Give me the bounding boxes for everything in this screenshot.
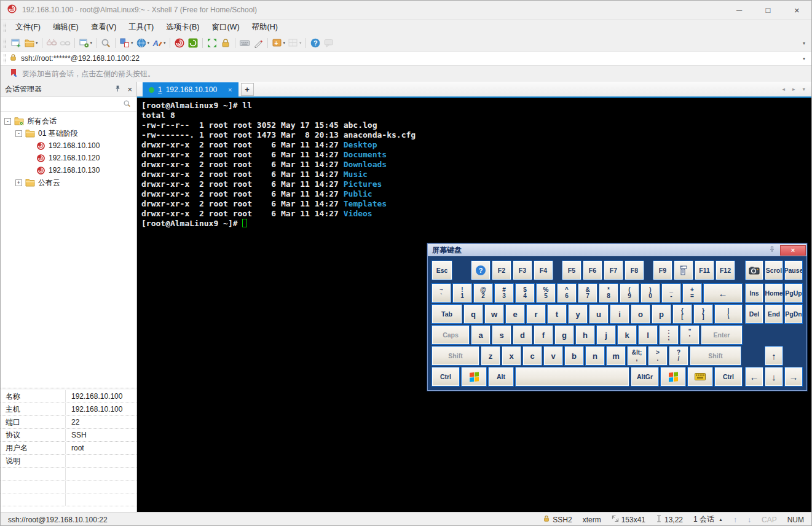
toolbar-overflow-icon[interactable]: ▾ (803, 41, 811, 46)
key-End[interactable]: End (765, 304, 783, 324)
address-grip[interactable] (4, 54, 6, 63)
key-j[interactable]: j (596, 325, 616, 345)
key-Caps[interactable]: Caps (432, 325, 470, 345)
tab-close-icon[interactable]: × (228, 86, 232, 93)
key-PgUp[interactable]: PgUp (784, 283, 803, 303)
key-Pause[interactable]: Pause (784, 261, 803, 280)
key-0[interactable]: )0 (641, 283, 660, 303)
key-.[interactable]: >. (648, 346, 668, 366)
key-help[interactable]: ? (471, 261, 491, 280)
menu-item-4[interactable]: 工具(T) (122, 22, 160, 33)
menu-item-2[interactable]: 编辑(E) (47, 22, 85, 33)
key-t[interactable]: t (547, 304, 567, 324)
key-4[interactable]: $4 (515, 283, 535, 303)
key-f[interactable]: f (534, 325, 553, 345)
key-y[interactable]: y (568, 304, 588, 324)
close-panel-icon[interactable]: × (127, 85, 132, 94)
key-z[interactable]: z (481, 346, 500, 366)
key-s[interactable]: s (492, 325, 511, 345)
lock-screen-icon[interactable] (219, 36, 232, 50)
new-session-icon[interactable]: + (9, 36, 23, 50)
key-2[interactable]: @2 (473, 283, 493, 303)
keyboard-title-bar[interactable]: 屏幕键盘 × (428, 244, 806, 256)
key-w[interactable]: w (484, 304, 504, 324)
status-down-icon[interactable]: ↓ (747, 516, 751, 524)
address-dropdown-icon[interactable]: ▾ (803, 56, 811, 61)
key-F11[interactable]: F11 (695, 261, 714, 280)
key-;[interactable]: :; (659, 325, 679, 345)
key-↑[interactable]: ↑ (765, 346, 783, 366)
key-'[interactable]: "' (680, 325, 700, 345)
tree-expander-icon[interactable]: - (4, 118, 11, 125)
key-Esc[interactable]: Esc (432, 261, 452, 280)
key-Ins[interactable]: Ins (745, 283, 763, 303)
address-input[interactable]: ssh://root:******@192.168.10.100:22 (21, 54, 140, 63)
property-value[interactable]: 192.168.10.100 (66, 390, 136, 402)
tree-item-192.168.10.120[interactable]: 192.168.10.120 (1, 152, 136, 164)
tab-scroll-right-icon[interactable]: ▸ (792, 86, 795, 92)
maximize-button[interactable]: □ (754, 1, 782, 19)
property-value[interactable]: 192.168.10.100 (66, 403, 136, 415)
xshell-icon[interactable] (173, 36, 186, 50)
new-file-icon[interactable]: +▾ (270, 36, 287, 50)
key-5[interactable]: %5 (536, 283, 556, 303)
key-g[interactable]: g (554, 325, 574, 345)
menu-item-7[interactable]: 帮助(H) (246, 22, 284, 33)
key-[[interactable]: {[ (672, 304, 692, 324)
key-→[interactable]: → (784, 367, 803, 387)
key-F7[interactable]: F7 (604, 261, 623, 280)
property-value[interactable]: root (66, 442, 136, 454)
toolbar-grip[interactable] (4, 39, 6, 48)
key-p[interactable]: p (652, 304, 671, 324)
key-win[interactable] (461, 367, 487, 387)
key-PgDn[interactable]: PgDn (784, 304, 803, 324)
compose-bar-icon[interactable]: ▾ (118, 36, 135, 50)
key-Alt[interactable]: Alt (488, 367, 514, 387)
session-properties-icon[interactable]: ▾ (77, 36, 94, 50)
tree-expander-icon[interactable]: + (15, 179, 22, 186)
key-b[interactable]: b (564, 346, 584, 366)
key-m[interactable]: m (606, 346, 626, 366)
property-value[interactable] (66, 493, 136, 506)
key-Ctrl[interactable]: Ctrl (714, 367, 743, 387)
menu-item-5[interactable]: 选项卡(B) (160, 22, 205, 33)
key-i[interactable]: i (610, 304, 629, 324)
key-/[interactable]: ?/ (669, 346, 688, 366)
key-space[interactable] (515, 367, 629, 387)
key-Scrol[interactable]: Scrol (765, 261, 783, 280)
key-camera[interactable] (745, 261, 763, 280)
key-r[interactable]: r (526, 304, 546, 324)
key-F2[interactable]: F2 (492, 261, 511, 280)
key-F5[interactable]: F5 (562, 261, 581, 280)
key-1[interactable]: !1 (452, 283, 472, 303)
pin-panel-icon[interactable] (114, 85, 121, 94)
key-F3[interactable]: F3 (513, 261, 532, 280)
property-value[interactable] (66, 468, 136, 480)
close-button[interactable]: × (782, 1, 811, 19)
key-u[interactable]: u (589, 304, 609, 324)
key-F8[interactable]: F8 (625, 261, 644, 280)
key-x[interactable]: x (502, 346, 521, 366)
tree-item-01-基础阶段[interactable]: -01 基础阶段 (1, 127, 136, 139)
help-icon[interactable]: ? (309, 36, 322, 50)
session-search-row[interactable] (1, 97, 136, 112)
key-Ctrl[interactable]: Ctrl (432, 367, 460, 387)
key-v[interactable]: v (543, 346, 563, 366)
key-F12[interactable]: F12 (715, 261, 735, 280)
key-menu[interactable] (674, 261, 693, 280)
tree-item-192.168.10.130[interactable]: 192.168.10.130 (1, 164, 136, 176)
key-win[interactable] (660, 367, 686, 387)
key-\[interactable]: |\ (714, 304, 743, 324)
new-tab-button[interactable]: + (241, 83, 254, 96)
key-7[interactable]: &7 (578, 283, 597, 303)
key-Shift[interactable]: Shift (432, 346, 479, 366)
key-↓[interactable]: ↓ (765, 367, 783, 387)
tunneling-icon[interactable]: ▾ (135, 36, 151, 50)
tree-expander-icon[interactable]: - (15, 130, 22, 137)
key-o[interactable]: o (631, 304, 650, 324)
highlight-pen-icon[interactable] (251, 36, 265, 50)
font-icon[interactable]: A▾ (151, 36, 167, 50)
key-F9[interactable]: F9 (653, 261, 672, 280)
key-F6[interactable]: F6 (583, 261, 602, 280)
tab-list-dropdown-icon[interactable]: ▾ (802, 86, 805, 92)
